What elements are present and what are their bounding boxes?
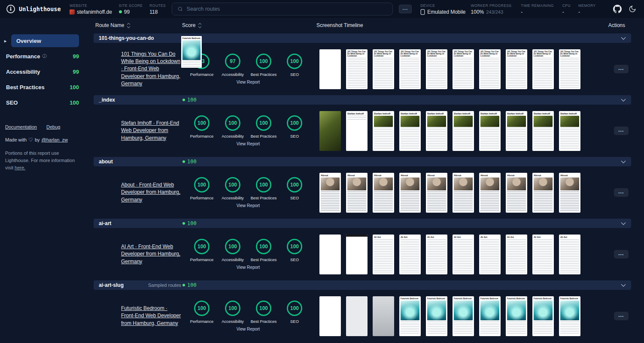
timeline-screenshot[interactable] (319, 49, 341, 89)
timeline-screenshot[interactable] (319, 235, 341, 274)
timeline-screenshot[interactable]: About (399, 173, 421, 213)
timeline-screenshot[interactable]: About (373, 173, 394, 213)
row-actions-button[interactable]: ••• (614, 312, 629, 320)
row-actions-button[interactable]: ••• (614, 65, 629, 73)
timeline-screenshot[interactable]: About (559, 173, 580, 213)
timeline-screenshot[interactable]: AI Art (399, 235, 421, 274)
thumb-text-lines (480, 58, 499, 87)
timeline-screenshot[interactable]: Futuristic Bedroom (532, 296, 554, 336)
timeline-screenshot[interactable]: 101 Things You Can Do While Being on Loc… (346, 49, 368, 89)
route-group-header[interactable]: about 100 (94, 157, 631, 166)
timeline-screenshot[interactable]: AI Art (426, 235, 447, 274)
row-actions-button[interactable]: ••• (614, 188, 629, 197)
timeline-screenshot[interactable]: Stefan Imhoff (453, 111, 474, 151)
route-title-link[interactable]: AI Art · Front-End Web Developer from Ha… (121, 243, 181, 265)
route-title-link[interactable]: Stefan Imhoff · Front-End Web Developer … (121, 120, 181, 142)
timeline-screenshot[interactable]: Stefan Imhoff (559, 111, 580, 151)
view-report-link[interactable]: View Report (237, 327, 260, 331)
timeline-screenshot[interactable]: Stefan Imhoff (479, 111, 501, 151)
timeline-screenshot[interactable]: Futuristic Bedroom (479, 296, 501, 336)
website-value[interactable]: stefanimhoff.de (77, 9, 112, 15)
view-report-link[interactable]: View Report (237, 80, 260, 84)
timeline-screenshot[interactable]: AI Art (453, 235, 474, 274)
sidebar-item-best-practices[interactable]: Best Practices100 (0, 81, 79, 93)
timeline-screenshot[interactable]: 101 Things You Can Do While Being on Loc… (399, 49, 421, 89)
timeline-screenshot[interactable]: AI Art (559, 235, 580, 274)
app-logo[interactable]: Unlighthouse (6, 4, 64, 14)
search-box[interactable] (172, 3, 393, 15)
sidebar-item-accessibility[interactable]: Accessibility99 (0, 65, 79, 78)
sidebar-item-overview[interactable]: ▸Overview (11, 34, 79, 47)
timeline-screenshot[interactable]: 101 Things You Can Do While Being on Loc… (559, 49, 580, 89)
github-icon[interactable] (613, 5, 622, 13)
route-group-header[interactable]: 101-things-you-can-do 98 (94, 33, 631, 43)
row-actions-button[interactable]: ••• (614, 126, 629, 135)
timeline-screenshot[interactable]: Futuristic Bedroom (399, 296, 421, 336)
route-group-header[interactable]: ai-art-slug Sampled routes 100 (94, 280, 631, 290)
timeline-screenshot[interactable]: About (532, 173, 554, 213)
route-title-link[interactable]: 101 Things You Can Do While Being on Loc… (121, 51, 181, 88)
view-report-link[interactable]: View Report (237, 203, 260, 208)
sidebar-item-score: 99 (73, 69, 79, 75)
disclaimer-here-link[interactable]: here. (15, 165, 25, 170)
timeline-screenshot[interactable]: Stefan Imhoff (399, 111, 421, 151)
timeline-screenshot[interactable]: Stefan Imhoff (346, 111, 368, 151)
column-score[interactable]: Score (182, 22, 202, 28)
timeline-screenshot[interactable] (346, 235, 368, 274)
timeline-screenshot[interactable]: About (346, 173, 368, 213)
row-actions-button[interactable]: ••• (614, 250, 629, 259)
chevron-down-icon[interactable] (621, 37, 626, 40)
thumb-text-lines (507, 239, 526, 273)
timeline-screenshot[interactable]: Stefan Imhoff (373, 111, 394, 151)
timeline-screenshot[interactable]: About (453, 173, 474, 213)
timeline-screenshot[interactable]: 101 Things You Can Do While Being on Loc… (373, 49, 394, 89)
timeline-screenshot[interactable]: AI Art (532, 235, 554, 274)
screenshot-thumbnail[interactable]: Futuristic Bedroom (181, 36, 202, 68)
route-title-link[interactable]: About · Front-End Web Developer from Ham… (121, 181, 181, 204)
route-group-header[interactable]: _index 100 (94, 95, 631, 105)
timeline-screenshot[interactable]: 101 Things You Can Do While Being on Loc… (453, 49, 474, 89)
timeline-screenshot[interactable]: About (319, 173, 341, 213)
timeline-screenshot[interactable]: About (426, 173, 447, 213)
view-report-link[interactable]: View Report (237, 265, 260, 270)
timeline-screenshot[interactable]: 101 Things You Can Do While Being on Loc… (506, 49, 527, 89)
timeline-screenshot[interactable]: AI Art (373, 235, 394, 274)
chevron-down-icon[interactable] (621, 99, 626, 102)
timeline-screenshot[interactable]: Stefan Imhoff (426, 111, 447, 151)
timeline-screenshot[interactable]: Futuristic Bedroom (559, 296, 580, 336)
route-title-link[interactable]: Futuristic Bedroom · Front-End Web Devel… (121, 305, 181, 327)
score-performance: 100 Performance (186, 115, 217, 138)
chevron-down-icon[interactable] (621, 160, 626, 163)
search-input[interactable] (187, 6, 388, 12)
timeline-screenshot[interactable] (373, 296, 394, 336)
timeline-screenshot[interactable]: AI Art (506, 235, 527, 274)
timeline-screenshot[interactable]: 101 Things You Can Do While Being on Loc… (426, 49, 447, 89)
column-route-name[interactable]: Route Name (95, 22, 131, 28)
timeline-screenshot[interactable]: About (479, 173, 501, 213)
timeline-screenshot[interactable]: Futuristic Bedroom (506, 296, 527, 336)
sidebar-item-seo[interactable]: SEO100 (0, 96, 79, 109)
dark-mode-moon-icon[interactable] (629, 5, 636, 13)
timeline-screenshot[interactable]: 101 Things You Can Do While Being on Loc… (532, 49, 554, 89)
score-circles: 100 Performance 100 Accessibility 100 Be… (186, 301, 310, 324)
timeline-screenshot[interactable]: Stefan Imhoff (532, 111, 554, 151)
timeline-screenshot[interactable] (319, 111, 341, 151)
timeline-screenshot[interactable]: Futuristic Bedroom (426, 296, 447, 336)
documentation-link[interactable]: Documentation (5, 124, 37, 129)
route-group-header[interactable]: ai-art 100 (94, 219, 631, 228)
sidebar-item-performance[interactable]: Performanceⓘ99 (0, 50, 79, 63)
timeline-screenshot[interactable] (319, 296, 341, 336)
author-link[interactable]: @harlan_zw (42, 137, 68, 142)
timeline-screenshot[interactable]: 101 Things You Can Do While Being on Loc… (479, 49, 501, 89)
timeline-screenshot[interactable]: About (506, 173, 527, 213)
view-report-link[interactable]: View Report (237, 141, 260, 146)
timeline-screenshot[interactable]: AI Art (479, 235, 501, 274)
timeline-screenshot[interactable]: Stefan Imhoff (506, 111, 527, 151)
debug-link[interactable]: Debug (46, 124, 60, 129)
info-icon[interactable]: ⓘ (42, 53, 46, 59)
more-options-button[interactable]: ••• (399, 5, 412, 13)
timeline-screenshot[interactable]: Futuristic Bedroom (453, 296, 474, 336)
timeline-screenshot[interactable] (346, 296, 368, 336)
chevron-down-icon[interactable] (621, 284, 626, 287)
chevron-down-icon[interactable] (621, 222, 626, 225)
